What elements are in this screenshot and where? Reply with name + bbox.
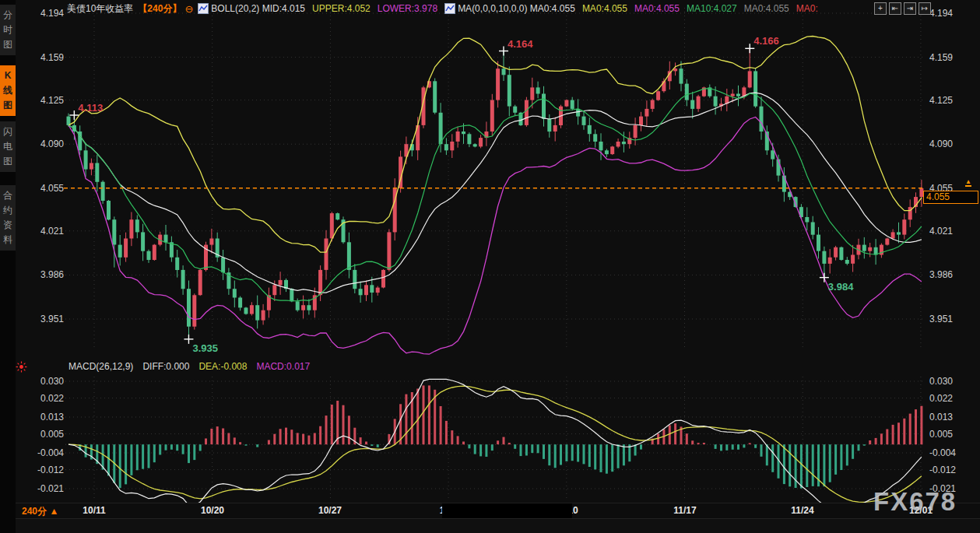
macd-diff-value: DIFF:0.000 [142, 361, 189, 372]
window-controls: +⇤⇥↦ [874, 2, 931, 15]
watermark: FX678 [873, 487, 957, 517]
svg-text:3.984: 3.984 [828, 281, 854, 293]
detach-window-icon[interactable]: ↦ [919, 2, 931, 15]
price-axis-label: 3.951 [26, 314, 64, 324]
extreme-marker: 4.113 [69, 102, 103, 120]
charting-app: 分 时 图K 线 图闪 电 图合 约 资 料 美债10年收益率 【240分】 ⊖… [0, 0, 980, 533]
macd-axis-label: 0.022 [26, 393, 64, 404]
sidebar-tab-合约资料[interactable]: 合 约 资 料 [0, 185, 16, 251]
legend-item: MA0:4.055 [744, 3, 789, 14]
macd-header: MACD(26,12,9) DIFF:0.000 DEA:-0.008 MACD… [68, 359, 310, 373]
main-chart-panel[interactable]: 4.1133.9354.1644.1663.9844.1944.1944.159… [16, 0, 980, 356]
date-axis-label: 10/11 [76, 505, 113, 516]
svg-text:4.113: 4.113 [78, 102, 103, 114]
date-axis-label: 11/24 [784, 505, 821, 516]
indicator-legend: BOLL(20,2) MID:4.015UPPER:4.052LOWER:3.9… [198, 3, 817, 14]
price-axis-label: 4.125 [26, 95, 64, 106]
candles-up [90, 68, 924, 327]
legend-item: MA0:4.055 [634, 3, 680, 14]
macd-axis-label: 0.005 [26, 429, 64, 440]
price-axis-label: 4.021 [26, 226, 64, 237]
period-tag: 【240分】 [138, 2, 181, 16]
macd-axis-label: -0.012 [929, 465, 967, 475]
crosshair-icon[interactable]: + [874, 2, 887, 15]
sidebar-tab-闪电图[interactable]: 闪 电 图 [0, 121, 16, 172]
legend-item: MA(0,0,0,10,0,0) MA0:4.055 [444, 3, 575, 14]
macd-macd-value: MACD:0.017 [256, 361, 310, 372]
price-axis-label: 4.090 [26, 139, 64, 149]
legend-item: MA0:4.055 [582, 3, 627, 14]
price-axis-label: 3.951 [929, 314, 967, 324]
legend-text: BOLL(20,2) MID:4.015 [211, 3, 305, 14]
indicator-toolbar [16, 518, 980, 533]
macd-dea-value: DEA:-0.008 [198, 361, 247, 372]
legend-item: BOLL(20,2) MID:4.015 [198, 3, 305, 14]
candle-wicks [68, 48, 922, 339]
price-axis-label: 3.986 [929, 269, 967, 280]
macd-axis-label: -0.004 [26, 447, 64, 458]
legend-item: LOWER:3.978 [378, 3, 437, 14]
legend-item: UPPER:4.052 [312, 3, 371, 14]
extreme-marker: 4.166 [745, 35, 779, 53]
svg-text:4.166: 4.166 [753, 35, 779, 47]
price-axis-label: 4.055 [26, 183, 64, 194]
price-axis-label: 3.986 [26, 269, 64, 280]
macd-histogram [73, 385, 923, 488]
legend-text: MA0:4.055 [582, 3, 627, 14]
boll-mid-line [68, 93, 922, 293]
chart-title: 美债10年收益率 [67, 2, 133, 16]
left-sidebar: 分 时 图K 线 图闪 电 图合 约 资 料 [0, 0, 16, 533]
macd-axis-label: -0.021 [26, 483, 64, 494]
mini-chart-icon [198, 3, 209, 14]
legend-text: MA0:4.055 [744, 3, 789, 14]
chart-header: 美债10年收益率 【240分】 ⊖ BOLL(20,2) MID:4.015UP… [16, 0, 980, 17]
extreme-marker: 3.935 [184, 335, 218, 354]
legend-text: LOWER:3.978 [378, 3, 437, 14]
date-axis-label: 11/17 [666, 505, 704, 516]
date-axis-label: 10/27 [311, 505, 349, 516]
legend-text: MA(0,0,0,10,0,0) MA0:4.055 [458, 3, 575, 14]
macd-axis-label: 0.013 [929, 412, 967, 423]
mini-chart-icon [444, 3, 455, 14]
price-axis-label: 4.125 [929, 95, 967, 106]
macd-panel[interactable]: 0.0300.0300.0220.0220.0130.0130.0050.005… [16, 375, 980, 503]
extreme-marker: 4.164 [499, 38, 533, 56]
macd-axis-label: 0.030 [26, 376, 64, 387]
macd-axis-label: 0.005 [929, 429, 967, 440]
price-axis-label: 4.159 [26, 52, 64, 63]
collapse-icon[interactable]: ⊖ [184, 3, 193, 15]
legend-text: UPPER:4.052 [312, 3, 371, 14]
macd-axis-label: 0.022 [929, 393, 967, 404]
legend-text: MA0:4.055 [634, 3, 680, 14]
legend-text: MA10:4.027 [687, 3, 737, 14]
price-axis-label: 4.021 [929, 226, 967, 237]
macd-axis-label: -0.012 [26, 465, 64, 475]
boll-lower-line [68, 117, 922, 355]
date-axis-label: 10/20 [194, 505, 231, 516]
macd-name: MACD(26,12,9) [68, 361, 133, 372]
sidebar-tab-分时图[interactable]: 分 时 图 [0, 5, 16, 55]
time-axis: 240分 ▲ 10/1110/2010/2711/311/1011/1711/2… [16, 503, 980, 519]
svg-text:3.935: 3.935 [192, 342, 218, 354]
sidebar-tab-K线图[interactable]: K 线 图 [0, 65, 16, 116]
svg-text:4.164: 4.164 [508, 38, 533, 50]
legend-text: MA0: [796, 3, 818, 14]
macd-axis-label: -0.004 [929, 447, 967, 458]
macd-canvas[interactable] [16, 375, 980, 503]
legend-item: MA0: [796, 3, 818, 14]
price-axis-label: 4.090 [929, 139, 967, 149]
extreme-marker: 3.984 [820, 273, 854, 293]
alert-burst-icon[interactable] [16, 361, 27, 373]
current-price-tag: 4.055 [923, 191, 978, 204]
price-anchor-icon: ▲ [965, 179, 971, 187]
macd-axis-label: 0.013 [26, 412, 64, 423]
period-selector[interactable]: 240分 ▲ [22, 505, 58, 518]
price-axis-label: 4.159 [929, 52, 967, 63]
candles-down [67, 68, 901, 327]
scale-left-icon[interactable]: ⇤ [889, 2, 901, 15]
redaction-overlay [442, 503, 572, 519]
macd-axis-label: 0.030 [929, 376, 967, 387]
legend-item: MA10:4.027 [687, 3, 737, 14]
main-chart-canvas[interactable]: 4.1133.9354.1644.1663.984 [16, 0, 980, 356]
scale-right-icon[interactable]: ⇥ [904, 2, 916, 15]
